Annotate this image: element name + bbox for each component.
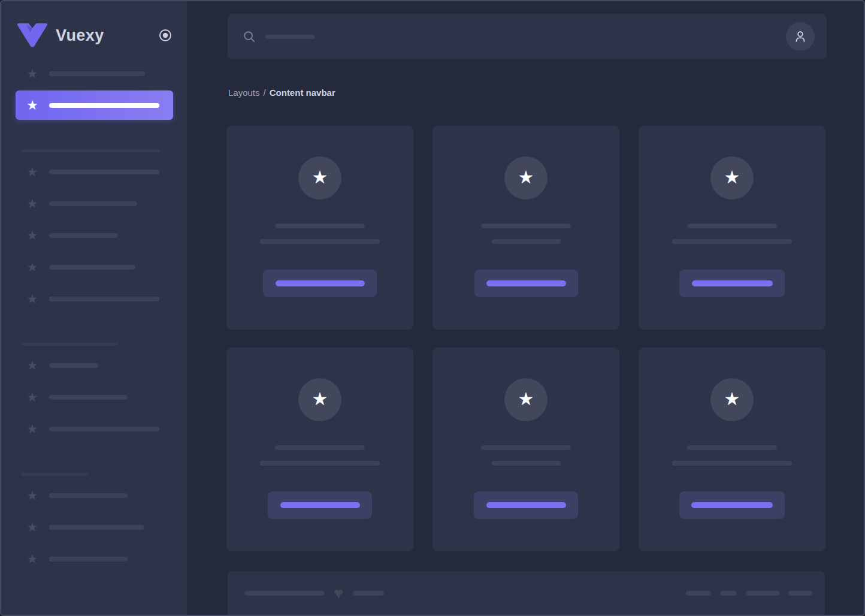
button-label-skeleton bbox=[691, 502, 773, 508]
button-label-skeleton bbox=[692, 280, 773, 286]
sidebar-item-label-skeleton bbox=[49, 427, 159, 431]
star-icon: ★ bbox=[25, 165, 40, 179]
footer-right-group bbox=[686, 591, 812, 596]
sidebar-item-label-skeleton bbox=[49, 395, 128, 400]
sidebar-section-divider bbox=[21, 473, 88, 476]
card-action-button[interactable] bbox=[474, 270, 578, 297]
sidebar: Vuexy ★ ★ ★ ★ ★ ★ ★ ★ ★ bbox=[1, 1, 187, 615]
button-label-skeleton bbox=[486, 502, 566, 508]
sidebar-item-label-skeleton bbox=[49, 557, 128, 561]
cards-grid: ★ ★ ★ ★ ★ bbox=[226, 126, 825, 551]
heart-icon: ♥ bbox=[334, 585, 343, 602]
text-line-skeleton bbox=[492, 239, 561, 244]
star-icon: ★ bbox=[518, 390, 534, 408]
placeholder-card: ★ bbox=[639, 348, 825, 551]
button-label-skeleton bbox=[280, 502, 360, 508]
star-icon: ★ bbox=[25, 358, 40, 373]
breadcrumb-layouts-link[interactable]: Layouts bbox=[228, 87, 260, 98]
app-window: Vuexy ★ ★ ★ ★ ★ ★ ★ ★ ★ bbox=[0, 0, 865, 616]
footer-text-skeleton bbox=[720, 591, 737, 596]
sidebar-section-divider bbox=[21, 149, 160, 152]
sidebar-item[interactable]: ★ bbox=[1, 422, 187, 436]
sidebar-item[interactable]: ★ bbox=[1, 260, 187, 274]
card-star-circle: ★ bbox=[504, 156, 548, 200]
card-star-circle: ★ bbox=[298, 156, 341, 200]
text-line-skeleton bbox=[275, 224, 365, 228]
sidebar-item-label-skeleton bbox=[49, 103, 159, 108]
text-line-skeleton bbox=[492, 461, 561, 466]
placeholder-card: ★ bbox=[432, 126, 619, 330]
placeholder-card: ★ bbox=[226, 126, 413, 330]
sidebar-item[interactable]: ★ bbox=[1, 165, 187, 179]
card-star-circle: ★ bbox=[710, 378, 754, 421]
user-avatar-button[interactable] bbox=[786, 22, 815, 51]
brand-title: Vuexy bbox=[56, 26, 104, 45]
card-star-circle: ★ bbox=[298, 378, 341, 421]
search-input[interactable] bbox=[243, 14, 786, 59]
card-action-button[interactable] bbox=[268, 491, 372, 519]
sidebar-item-label-skeleton bbox=[49, 265, 135, 270]
footer-text-skeleton bbox=[244, 591, 324, 596]
sidebar-item-label-skeleton bbox=[49, 233, 118, 238]
card-action-button[interactable] bbox=[474, 491, 578, 519]
footer-text-skeleton bbox=[788, 591, 812, 596]
sidebar-item[interactable]: ★ bbox=[1, 520, 187, 535]
sidebar-item[interactable]: ★ bbox=[1, 228, 187, 243]
sidebar-item-label-skeleton bbox=[49, 71, 145, 76]
star-icon: ★ bbox=[25, 520, 40, 535]
sidebar-item-active[interactable]: ★ bbox=[16, 90, 173, 120]
text-line-skeleton bbox=[260, 461, 380, 466]
star-icon: ★ bbox=[25, 292, 40, 306]
footer-card: ♥ bbox=[228, 571, 825, 616]
text-line-skeleton bbox=[481, 445, 571, 450]
card-star-circle: ★ bbox=[504, 378, 548, 421]
sidebar-header: Vuexy bbox=[17, 21, 173, 50]
star-icon: ★ bbox=[25, 422, 40, 436]
card-action-button[interactable] bbox=[263, 270, 377, 297]
sidebar-item-label-skeleton bbox=[49, 525, 144, 530]
star-icon: ★ bbox=[25, 488, 40, 503]
card-star-circle: ★ bbox=[710, 156, 754, 200]
search-placeholder-skeleton bbox=[265, 35, 315, 39]
footer-text-skeleton bbox=[353, 591, 384, 596]
star-icon: ★ bbox=[312, 168, 328, 186]
star-icon: ★ bbox=[25, 552, 40, 566]
card-action-button[interactable] bbox=[679, 491, 785, 519]
star-icon: ★ bbox=[25, 260, 40, 274]
text-line-skeleton bbox=[672, 461, 792, 466]
breadcrumb-current: Content navbar bbox=[270, 87, 335, 98]
sidebar-item[interactable]: ★ bbox=[1, 197, 187, 211]
button-label-skeleton bbox=[276, 280, 365, 286]
sidebar-item[interactable]: ★ bbox=[1, 390, 187, 404]
top-navbar bbox=[228, 14, 827, 59]
breadcrumb-separator: / bbox=[264, 87, 266, 98]
sidebar-item-label-skeleton bbox=[49, 363, 98, 368]
footer-text-skeleton bbox=[746, 591, 779, 596]
text-line-skeleton bbox=[687, 445, 777, 450]
text-line-skeleton bbox=[481, 224, 571, 228]
star-icon: ★ bbox=[518, 168, 534, 186]
sidebar-item[interactable]: ★ bbox=[1, 552, 187, 566]
sidebar-section-divider bbox=[21, 343, 119, 346]
placeholder-card: ★ bbox=[432, 348, 619, 551]
card-action-button[interactable] bbox=[679, 270, 785, 297]
star-icon: ★ bbox=[25, 67, 40, 81]
sidebar-item[interactable]: ★ bbox=[1, 358, 187, 373]
star-icon: ★ bbox=[25, 390, 40, 404]
main-content: Layouts / Content navbar ★ ★ ★ bbox=[187, 1, 864, 615]
radio-circle-icon[interactable] bbox=[158, 28, 173, 43]
text-line-skeleton bbox=[688, 224, 777, 228]
sidebar-item[interactable]: ★ bbox=[1, 67, 187, 81]
sidebar-item[interactable]: ★ bbox=[1, 488, 187, 503]
breadcrumb: Layouts / Content navbar bbox=[228, 87, 335, 98]
placeholder-card: ★ bbox=[226, 348, 413, 551]
person-icon bbox=[793, 29, 808, 44]
star-icon: ★ bbox=[724, 168, 740, 186]
star-icon: ★ bbox=[25, 228, 40, 243]
placeholder-card: ★ bbox=[639, 126, 825, 330]
sidebar-item[interactable]: ★ bbox=[1, 292, 187, 306]
footer-row: ♥ bbox=[228, 571, 825, 615]
star-icon: ★ bbox=[25, 197, 40, 211]
star-icon: ★ bbox=[25, 98, 40, 113]
sidebar-nav: ★ ★ ★ ★ ★ ★ ★ ★ ★ ★ ★ ★ ★ bbox=[1, 67, 187, 584]
